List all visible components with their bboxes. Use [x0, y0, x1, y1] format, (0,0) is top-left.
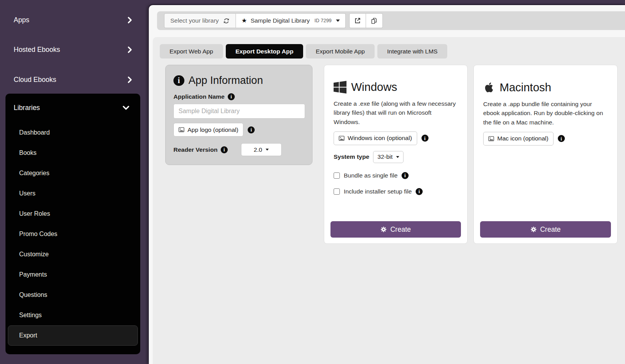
caret-down-icon [396, 156, 399, 158]
tab-integrate-with-lms[interactable]: Integrate with LMS [377, 44, 447, 59]
duplicate-library-button[interactable] [366, 13, 383, 28]
sidebar-item-label: Cloud Ebooks [14, 76, 56, 84]
library-selector-group: Select your library ★ Sample Digital Lib… [164, 13, 346, 28]
info-circle-icon: i [173, 75, 184, 86]
windows-logo-icon [334, 81, 346, 94]
sidebar-item-books[interactable]: Books [8, 143, 138, 163]
sidebar-item-apps[interactable]: Apps [0, 11, 145, 29]
sidebar-item-label: Libraries [14, 104, 40, 112]
sidebar-item-questions[interactable]: Questions [8, 285, 138, 305]
libraries-panel: Libraries Dashboard Books Categories Use… [5, 94, 140, 354]
chevron-right-icon [128, 76, 132, 83]
libraries-submenu: Dashboard Books Categories Users User Ro… [5, 123, 140, 346]
sidebar-item-label: Hosted Ebooks [14, 46, 60, 54]
include-installer-row: Include installer setup file i [334, 188, 458, 195]
image-icon [339, 135, 345, 141]
tab-export-mobile-app[interactable]: Export Mobile App [306, 44, 375, 59]
card-title: Macintosh [500, 81, 551, 94]
select-library-button[interactable]: Select your library [164, 13, 236, 28]
export-desktop-app-page: { "sidebar": { "items": [ { "label": "Ap… [0, 0, 625, 364]
library-toolbar: Select your library ★ Sample Digital Lib… [157, 11, 625, 30]
app-logo-row: App logo (optional) i [173, 123, 305, 137]
macintosh-create-button[interactable]: Create [480, 221, 611, 238]
star-icon: ★ [241, 18, 247, 24]
application-name-label-row: Application Name i [173, 93, 305, 100]
chevron-down-icon [123, 106, 129, 110]
sidebar-item-dashboard[interactable]: Dashboard [8, 123, 138, 143]
info-circle-icon[interactable]: i [416, 188, 423, 195]
windows-icon-button[interactable]: Windows icon (optional) [334, 131, 417, 145]
sidebar-item-settings[interactable]: Settings [8, 305, 138, 325]
windows-create-button[interactable]: Create [330, 221, 461, 238]
select-library-label: Select your library [170, 17, 219, 24]
gear-icon [380, 226, 387, 233]
sidebar-item-categories[interactable]: Categories [8, 163, 138, 183]
sidebar-item-export[interactable]: Export [8, 325, 138, 346]
chevron-right-icon [128, 17, 132, 23]
caret-down-icon [336, 20, 340, 22]
bundle-single-file-checkbox[interactable] [334, 172, 340, 179]
image-icon [488, 136, 494, 142]
refresh-icon [223, 18, 230, 24]
windows-export-card: Windows Create a .exe file (along with a… [324, 65, 468, 244]
apple-logo-icon [483, 81, 495, 94]
sidebar-item-libraries[interactable]: Libraries [5, 99, 140, 116]
sidebar-item-payments[interactable]: Payments [8, 265, 138, 285]
info-circle-icon[interactable]: i [402, 172, 409, 179]
copy-icon [371, 18, 377, 24]
app-logo-button[interactable]: App logo (optional) [173, 123, 243, 137]
sidebar-item-label: Apps [14, 16, 29, 24]
library-name: Sample Digital Library [250, 17, 310, 24]
application-name-input[interactable] [173, 104, 305, 119]
image-icon [179, 127, 184, 133]
include-installer-checkbox[interactable] [334, 188, 340, 195]
sidebar: Apps Hosted Ebooks Cloud Ebooks Librarie… [0, 0, 145, 364]
system-type-select[interactable]: 32-bit [373, 151, 404, 163]
info-circle-icon[interactable]: i [558, 135, 565, 142]
main-surface: Select your library ★ Sample Digital Lib… [149, 5, 625, 364]
export-tabs: Export Web App Export Desktop App Export… [160, 44, 447, 59]
sidebar-item-user-roles[interactable]: User Roles [8, 204, 138, 224]
open-library-button[interactable] [349, 13, 366, 28]
library-id: ID 7299 [314, 18, 332, 23]
caret-down-icon [266, 149, 269, 151]
chevron-right-icon [128, 46, 132, 53]
sidebar-item-customize[interactable]: Customize [8, 244, 138, 265]
reader-version-row: Reader Version i 2.0 [173, 143, 305, 156]
mac-icon-button[interactable]: Mac icon (optional) [483, 132, 554, 146]
info-circle-icon[interactable]: i [221, 146, 228, 153]
info-circle-icon[interactable]: i [248, 126, 255, 133]
reader-version-select[interactable]: 2.0 [241, 143, 282, 156]
sidebar-item-promo-codes[interactable]: Promo Codes [8, 224, 138, 244]
sidebar-item-hosted-ebooks[interactable]: Hosted Ebooks [0, 41, 145, 59]
panel-title: App Information [189, 75, 263, 87]
gear-icon [530, 226, 537, 233]
bundle-single-file-row: Bundle as single file i [334, 172, 458, 179]
tab-export-desktop-app[interactable]: Export Desktop App [226, 44, 303, 59]
windows-description: Create a .exe file (along with a few nec… [334, 99, 458, 126]
windows-card-header: Windows [334, 81, 458, 94]
system-type-row: System type 32-bit [334, 151, 458, 163]
reader-version-label-row: Reader Version i [173, 146, 228, 153]
tab-export-web-app[interactable]: Export Web App [160, 44, 223, 59]
sidebar-item-cloud-ebooks[interactable]: Cloud Ebooks [0, 71, 145, 89]
macintosh-description: Create a .app bundle file containing you… [483, 99, 608, 127]
info-circle-icon[interactable]: i [228, 93, 235, 100]
app-information-panel: i App Information Application Name i App… [165, 65, 312, 165]
macintosh-export-card: Macintosh Create a .app bundle file cont… [473, 65, 618, 244]
export-content-panel: Export Web App Export Desktop App Export… [153, 37, 625, 364]
macintosh-card-header: Macintosh [483, 81, 608, 94]
current-library-dropdown[interactable]: ★ Sample Digital Library ID 7299 [236, 13, 346, 28]
sidebar-item-users[interactable]: Users [8, 183, 138, 204]
mac-icon-row: Mac icon (optional) i [483, 132, 608, 146]
info-circle-icon[interactable]: i [421, 135, 429, 142]
external-link-icon [354, 17, 361, 24]
windows-icon-row: Windows icon (optional) i [334, 131, 458, 145]
app-information-header: i App Information [173, 75, 305, 87]
library-action-group [349, 13, 383, 28]
card-title: Windows [351, 81, 397, 94]
